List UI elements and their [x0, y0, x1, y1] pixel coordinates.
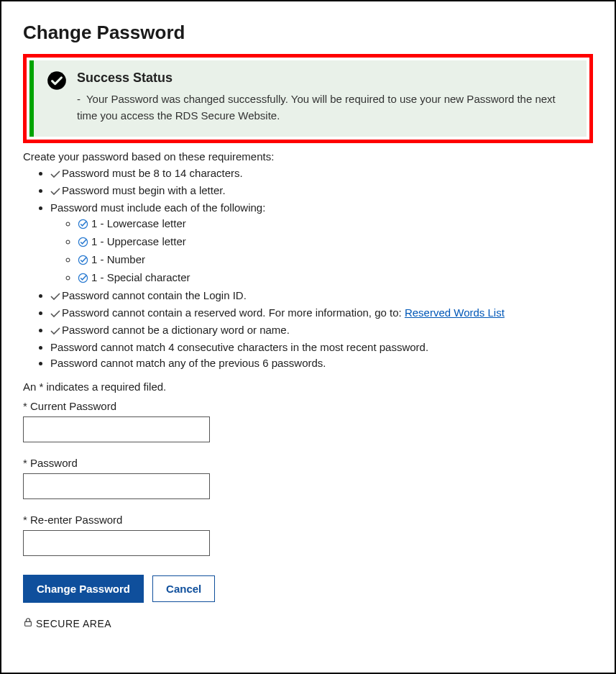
list-item: 1 - Number — [78, 253, 593, 268]
circle-check-icon — [78, 273, 88, 286]
cancel-button[interactable]: Cancel — [152, 575, 215, 602]
lock-icon — [23, 617, 33, 629]
list-item: Password cannot be a dictionary word or … — [50, 324, 593, 337]
check-icon — [50, 308, 60, 320]
check-icon — [50, 325, 60, 337]
list-item: 1 - Special character — [78, 271, 593, 286]
alert-heading: Success Status — [77, 70, 574, 86]
svg-rect-5 — [25, 621, 32, 626]
reenter-password-input[interactable] — [23, 530, 210, 556]
list-item: 1 - Lowercase letter — [78, 217, 593, 232]
highlight-annotation: Success Status - Your Password was chang… — [23, 54, 593, 143]
reenter-password-label: * Re-enter Password — [23, 514, 593, 526]
svg-point-2 — [78, 237, 87, 246]
reserved-words-link[interactable]: Reserved Words List — [405, 306, 505, 319]
check-icon — [50, 186, 60, 198]
svg-point-0 — [47, 71, 66, 90]
current-password-input[interactable] — [23, 416, 210, 442]
list-item: 1 - Uppercase letter — [78, 235, 593, 250]
current-password-label: * Current Password — [23, 400, 593, 412]
change-password-button[interactable]: Change Password — [23, 575, 144, 603]
requirements-intro: Create your password based on these requ… — [23, 150, 593, 163]
circle-check-icon — [78, 255, 88, 268]
check-icon — [50, 168, 60, 181]
list-item: Password cannot match any of the previou… — [50, 357, 593, 369]
svg-point-1 — [78, 219, 87, 228]
secure-area-label: SECURE AREA — [23, 617, 593, 629]
svg-point-4 — [78, 273, 87, 282]
alert-message: - Your Password was changed successfully… — [77, 91, 574, 124]
check-icon — [50, 291, 60, 303]
success-alert: Success Status - Your Password was chang… — [29, 60, 587, 137]
list-item: Password cannot match 4 consecutive char… — [50, 341, 593, 353]
circle-check-icon — [78, 237, 88, 250]
list-item: Password cannot contain the Login ID. — [50, 289, 593, 303]
svg-point-3 — [78, 255, 87, 264]
circle-check-icon — [78, 219, 88, 232]
required-note: An * indicates a required filed. — [23, 381, 593, 393]
list-item: Password cannot contain a reserved word.… — [50, 306, 593, 320]
change-password-panel: Change Password Success Status - Your Pa… — [0, 0, 616, 674]
check-circle-icon — [47, 70, 67, 93]
password-label: * Password — [23, 457, 593, 469]
list-item: Password must include each of the follow… — [50, 201, 593, 286]
password-input[interactable] — [23, 473, 210, 499]
list-item: Password must be 8 to 14 characters. — [50, 167, 593, 181]
page-title: Change Password — [23, 22, 593, 44]
requirements-list: Password must be 8 to 14 characters. Pas… — [23, 167, 593, 369]
list-item: Password must begin with a letter. — [50, 184, 593, 198]
